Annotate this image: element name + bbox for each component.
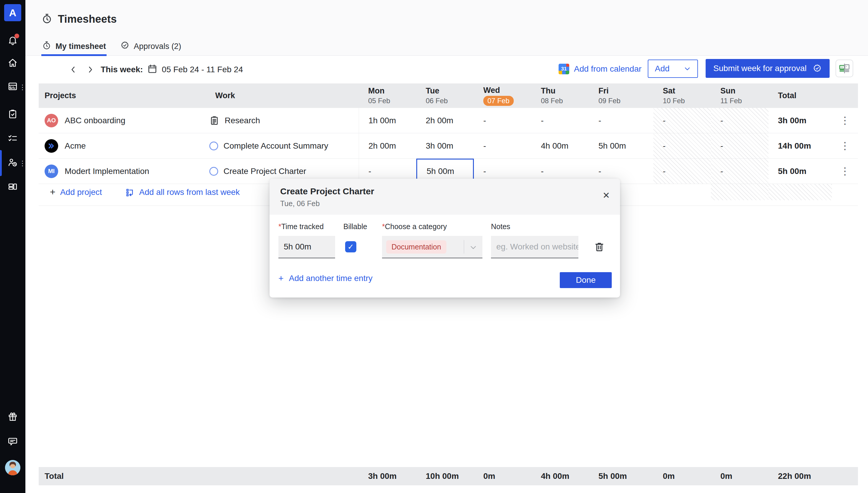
time-entry-modal: Create Project Charter Tue, 06 Feb ✕ *Ti… [269, 179, 620, 298]
billable-label: Billable [343, 222, 367, 231]
work-name: Complete Account Summary [223, 141, 328, 151]
column-header-total: Total [768, 91, 832, 100]
page-title: Timesheets [58, 13, 117, 25]
user-avatar[interactable] [5, 460, 20, 475]
add-project-label: Add project [60, 188, 102, 197]
chevron-right-icon [86, 66, 94, 73]
billable-checkbox[interactable] [345, 241, 356, 252]
next-week-button[interactable] [84, 63, 97, 76]
split-cards-icon [839, 63, 850, 74]
add-all-rows-label: Add all rows from last week [139, 188, 240, 197]
category-select[interactable]: Documentation [382, 236, 482, 258]
time-cell-sun[interactable]: - [711, 158, 768, 184]
category-label: *Choose a category [382, 222, 447, 231]
app-sidebar: A ⋮ ⋮ [0, 0, 25, 493]
project-cell[interactable]: Acme [39, 139, 209, 153]
work-name: Create Project Charter [223, 167, 306, 176]
google-calendar-icon: 31 [559, 64, 569, 74]
add-all-rows-button[interactable]: Add all rows from last week [125, 188, 240, 197]
time-cell-thu[interactable]: - [531, 108, 589, 133]
work-cell[interactable]: Complete Account Summary [209, 141, 359, 151]
project-cell[interactable]: MI Modert Implementation [39, 165, 209, 178]
time-cell-sat[interactable]: - [653, 133, 711, 158]
time-cell-tue[interactable]: 3h 00m [416, 133, 474, 158]
time-cell-sun[interactable]: - [711, 108, 768, 133]
tab-my-timesheet[interactable]: My timesheet [41, 37, 106, 56]
add-another-entry-button[interactable]: + Add another time entry [278, 273, 372, 283]
row-menu-icon[interactable]: ⋮ [832, 117, 858, 124]
time-cell-mon[interactable]: 1h 00m [359, 108, 416, 133]
time-cell-thu[interactable]: 4h 00m [531, 133, 589, 158]
footer-wed-total: 0m [474, 471, 531, 481]
chevron-down-icon [684, 65, 691, 72]
footer-grand-total: 22h 00m [768, 471, 832, 481]
table-row: Acme Complete Account Summary 2h 00m 3h … [39, 133, 858, 158]
row-menu-icon[interactable]: ⋮ [832, 168, 858, 174]
column-header-fri: Fri09 Feb [589, 86, 653, 106]
time-cell-mon[interactable]: 2h 00m [359, 133, 416, 158]
time-cell-wed[interactable]: - [474, 133, 531, 158]
sidebar-item-tasks[interactable] [7, 133, 18, 145]
add-from-calendar-link[interactable]: 31 Add from calendar [559, 64, 642, 74]
delete-entry-button[interactable] [594, 241, 605, 252]
submit-week-button[interactable]: Submit week for approval [706, 59, 830, 78]
time-cell-sat[interactable]: - [653, 158, 711, 184]
work-cell[interactable]: Create Project Charter [209, 167, 359, 176]
tab-bar: My timesheet Approvals (2) [41, 37, 182, 56]
chevron-left-icon [69, 66, 77, 73]
add-project-button[interactable]: + Add project [50, 187, 102, 197]
totals-footer: Total 3h 00m 10h 00m 0m 4h 00m 5h 00m 0m… [39, 467, 858, 485]
add-from-calendar-label: Add from calendar [574, 64, 642, 74]
sidebar-item-plans[interactable] [7, 109, 18, 120]
time-tracked-input[interactable] [278, 236, 335, 258]
clipboard-check-icon [7, 109, 18, 121]
sidebar-item-home[interactable] [7, 58, 18, 69]
time-cell-sun[interactable]: - [711, 133, 768, 158]
column-header-tue: Tue06 Feb [416, 86, 474, 106]
table-header-row: Projects Work Mon05 Feb Tue06 Feb Wed07 … [39, 83, 858, 108]
week-date-range[interactable]: 05 Feb 24 - 11 Feb 24 [162, 65, 243, 74]
export-view-button[interactable] [835, 60, 853, 77]
weekend-hatch [711, 184, 768, 200]
weekend-hatch [768, 184, 832, 200]
sidebar-item-chat[interactable] [7, 436, 18, 448]
acme-logo-icon [47, 142, 55, 150]
time-cell-fri[interactable]: - [589, 108, 653, 133]
notifications-button[interactable] [7, 35, 18, 46]
tab-label: My timesheet [56, 42, 106, 51]
notes-label: Notes [491, 222, 510, 231]
project-name: Acme [65, 141, 86, 151]
app-logo[interactable]: A [4, 4, 21, 21]
row-menu-icon[interactable]: ⋮ [832, 143, 858, 149]
stopwatch-icon [41, 13, 53, 25]
work-cell[interactable]: Research [209, 115, 359, 126]
time-cell-sat[interactable]: - [653, 108, 711, 133]
time-tracked-label: *Time tracked [278, 222, 324, 231]
sidebar-item-boards[interactable] [7, 181, 18, 193]
time-cell-wed[interactable]: - [474, 108, 531, 133]
previous-week-button[interactable] [67, 63, 80, 76]
column-header-work: Work [209, 91, 359, 100]
table-row: AO ABC onboarding Research 1h 00m 2h 00m… [39, 108, 858, 133]
notes-input[interactable] [491, 236, 578, 258]
approval-badge-icon [812, 64, 822, 73]
project-avatar [45, 139, 58, 153]
tab-approvals[interactable]: Approvals (2) [120, 37, 182, 56]
projects-more-icon[interactable]: ⋮ [19, 84, 26, 91]
project-cell[interactable]: AO ABC onboarding [39, 114, 209, 127]
add-dropdown-button[interactable]: Add [648, 60, 698, 78]
column-header-mon: Mon05 Feb [359, 86, 416, 106]
select-divider [464, 240, 464, 254]
row-total: 14h 00m [768, 141, 832, 151]
close-icon[interactable]: ✕ [603, 191, 610, 200]
resourcing-more-icon[interactable]: ⋮ [19, 160, 26, 167]
sidebar-item-projects[interactable] [7, 81, 18, 92]
checklist-icon [7, 133, 18, 145]
approval-badge-icon [120, 41, 129, 52]
sidebar-item-resourcing[interactable] [7, 157, 18, 169]
done-button[interactable]: Done [560, 272, 612, 288]
time-cell-tue[interactable]: 2h 00m [416, 108, 474, 133]
time-cell-fri[interactable]: 5h 00m [589, 133, 653, 158]
sidebar-item-whats-new[interactable] [7, 412, 18, 423]
person-clock-icon [7, 157, 18, 169]
